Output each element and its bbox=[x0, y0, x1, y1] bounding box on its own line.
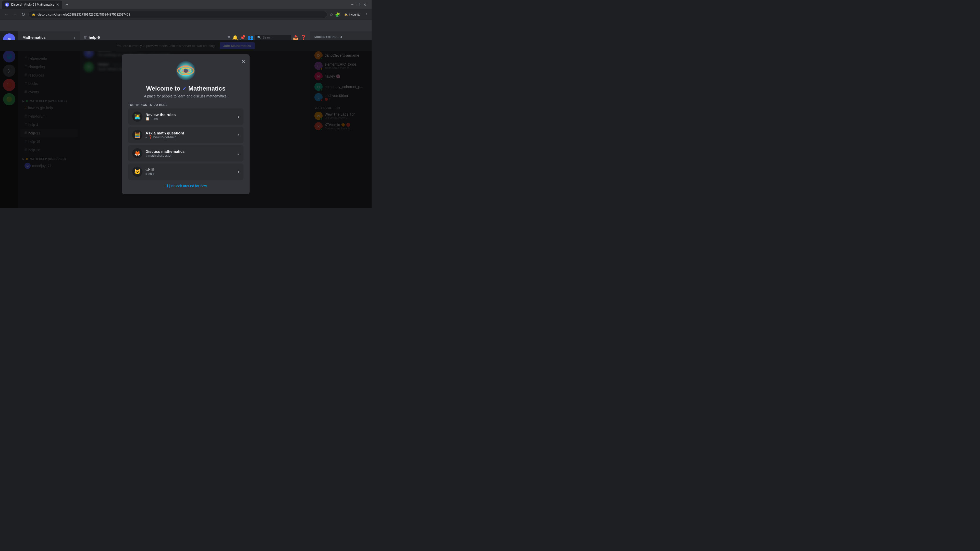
back-button[interactable]: ← bbox=[3, 11, 10, 18]
bookmark-icon[interactable]: ☆ bbox=[329, 12, 333, 17]
action-item-ask-math[interactable]: 🧮 Ask a math question! # ❓ how-to-get-he… bbox=[128, 127, 243, 143]
look-around-link[interactable]: I'll just look around for now bbox=[128, 184, 243, 188]
ask-prefix-icon: # ❓ bbox=[145, 135, 152, 139]
action-title-ask: Ask a math question! bbox=[145, 131, 235, 135]
action-item-review-rules[interactable]: 🧑‍💻 Review the rules 📋 rules › bbox=[128, 108, 243, 125]
rules-icon: 📋 bbox=[145, 117, 150, 121]
incognito-label: Incognito bbox=[349, 13, 360, 16]
action-subtitle-rules: 📋 rules bbox=[145, 117, 235, 121]
search-bar[interactable]: 🔍 Search bbox=[255, 35, 291, 40]
inbox-icon[interactable]: 📥 bbox=[293, 35, 299, 40]
menu-icon[interactable]: ⋮ bbox=[364, 12, 369, 17]
action-title-chill: Chill bbox=[145, 168, 235, 172]
moderators-count: — 4 bbox=[337, 35, 342, 38]
action-arrow-icon: › bbox=[238, 169, 239, 175]
window-controls: − ❐ ✕ bbox=[351, 2, 369, 7]
channel-header-actions: ≡ 🔔 📌 👥 🔍 Search 📥 ❓ bbox=[228, 35, 306, 40]
restore-button[interactable]: ❐ bbox=[356, 2, 360, 7]
threads-icon[interactable]: ≡ bbox=[228, 35, 230, 40]
extensions-icon[interactable]: 🧩 bbox=[335, 12, 340, 17]
ask-channel: how-to-get-help bbox=[153, 135, 177, 139]
modal-server-icon bbox=[176, 60, 196, 81]
tab-favicon: D bbox=[5, 3, 9, 6]
chill-channel: chill bbox=[148, 172, 154, 176]
url-text: discord.com/channels/268882317391429632/… bbox=[38, 13, 130, 16]
moderators-category-label: MODERATORS — 4 bbox=[310, 33, 372, 40]
action-item-chill[interactable]: 🐱 Chill # chill › bbox=[128, 164, 243, 180]
nav-bar: ← → ↻ 🔒 discord.com/channels/26888231739… bbox=[0, 9, 372, 20]
reload-button[interactable]: ↻ bbox=[21, 11, 26, 18]
new-tab-button[interactable]: + bbox=[63, 1, 70, 8]
svg-point-5 bbox=[184, 68, 188, 73]
action-content-ask: Ask a math question! # ❓ how-to-get-help bbox=[145, 131, 235, 139]
action-subtitle-ask: # ❓ how-to-get-help bbox=[145, 135, 235, 139]
notifications-icon[interactable]: 🔔 bbox=[232, 35, 238, 40]
pin-icon[interactable]: 📌 bbox=[240, 35, 245, 40]
forward-button[interactable]: → bbox=[12, 11, 18, 18]
tab-title: Discord | #help-9 | Mathematics bbox=[11, 3, 54, 6]
action-content-chill: Chill # chill bbox=[145, 168, 235, 176]
channel-header-name: help-9 bbox=[89, 35, 100, 40]
search-icon: 🔍 bbox=[257, 36, 261, 39]
modal-title-server: Mathematics bbox=[188, 85, 225, 92]
modal-overlay: ✕ bbox=[0, 40, 372, 208]
action-subtitle-discuss: # math-discussion bbox=[145, 154, 235, 157]
verified-badge-icon: ✓ bbox=[182, 86, 186, 92]
server-chevron-icon: ∨ bbox=[73, 36, 76, 39]
action-subtitle-chill: # chill bbox=[145, 172, 235, 176]
chill-prefix-icon: # bbox=[145, 172, 147, 176]
action-arrow-icon: › bbox=[238, 114, 239, 119]
welcome-modal: ✕ bbox=[122, 54, 250, 194]
minimize-button[interactable]: − bbox=[351, 2, 353, 7]
discuss-prefix-icon: # bbox=[145, 154, 147, 157]
incognito-icon: 🕵 bbox=[344, 13, 348, 16]
modal-subtitle: A place for people to learn and discuss … bbox=[128, 94, 243, 98]
lock-icon: 🔒 bbox=[32, 13, 35, 16]
modal-title: Welcome to ✓ Mathematics bbox=[128, 85, 243, 92]
nav-actions: ☆ 🧩 🕵 Incognito ⋮ bbox=[329, 12, 369, 17]
modal-section-title: TOP THINGS TO DO HERE bbox=[128, 103, 243, 106]
help-icon[interactable]: ❓ bbox=[301, 35, 306, 40]
address-bar[interactable]: 🔒 discord.com/channels/26888231739142963… bbox=[28, 11, 328, 18]
tab-close-button[interactable]: ✕ bbox=[56, 3, 59, 6]
action-title-rules: Review the rules bbox=[145, 113, 235, 117]
browser-chrome: D Discord | #help-9 | Mathematics ✕ + − … bbox=[0, 0, 372, 20]
incognito-badge: 🕵 Incognito bbox=[342, 13, 363, 17]
active-tab[interactable]: D Discord | #help-9 | Mathematics ✕ bbox=[2, 0, 62, 9]
close-window-button[interactable]: ✕ bbox=[363, 2, 366, 7]
action-arrow-icon: › bbox=[238, 132, 239, 138]
action-title-discuss: Discuss mathematics bbox=[145, 149, 235, 154]
tab-bar: D Discord | #help-9 | Mathematics ✕ + − … bbox=[0, 0, 372, 9]
channel-header-hash-icon: # bbox=[84, 35, 86, 40]
action-content-discuss: Discuss mathematics # math-discussion bbox=[145, 149, 235, 157]
members-icon[interactable]: 👥 bbox=[248, 35, 253, 40]
discuss-channel: math-discussion bbox=[148, 154, 172, 157]
server-name-text: Mathematics bbox=[22, 35, 46, 40]
action-icon-chill: 🐱 bbox=[132, 167, 142, 177]
action-icon-ask: 🧮 bbox=[132, 130, 142, 140]
search-placeholder: Search bbox=[262, 36, 272, 39]
action-item-discuss[interactable]: 🦊 Discuss mathematics # math-discussion … bbox=[128, 145, 243, 162]
modal-title-welcome: Welcome to bbox=[146, 85, 180, 92]
action-icon-rules: 🧑‍💻 bbox=[132, 111, 142, 122]
action-icon-discuss: 🦊 bbox=[132, 148, 142, 159]
rules-channel: rules bbox=[151, 117, 158, 121]
action-content-rules: Review the rules 📋 rules bbox=[145, 113, 235, 121]
moderators-label-text: MODERATORS bbox=[314, 35, 336, 38]
modal-close-button[interactable]: ✕ bbox=[241, 59, 245, 65]
action-arrow-icon: › bbox=[238, 151, 239, 156]
